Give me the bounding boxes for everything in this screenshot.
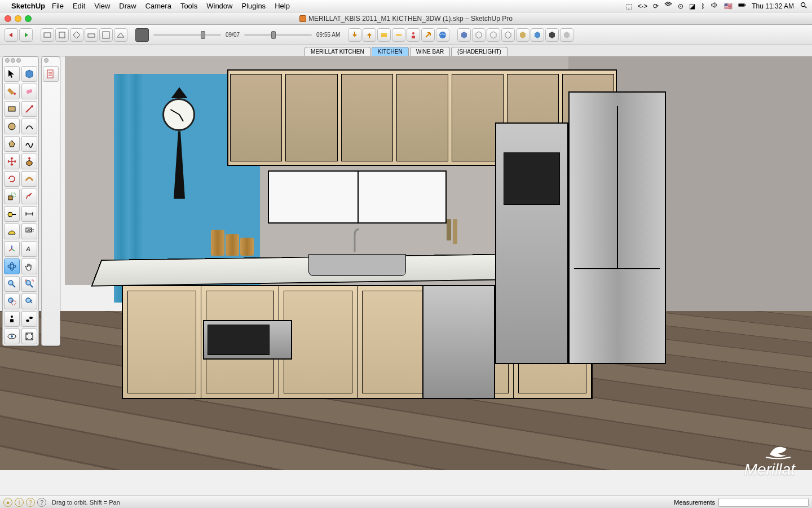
menu-help[interactable]: Help — [275, 2, 290, 10]
tool-follow-me[interactable] — [21, 171, 37, 187]
battery-icon[interactable] — [738, 1, 746, 11]
google-earth-button[interactable] — [436, 28, 449, 42]
tool-move[interactable] — [4, 154, 20, 169]
tool-protractor[interactable] — [4, 224, 20, 239]
style-button-1[interactable] — [457, 28, 471, 42]
standard-view-4[interactable] — [85, 28, 98, 42]
tool-select[interactable] — [4, 66, 20, 82]
status-icon-1[interactable]: ● — [3, 498, 12, 507]
spotlight-icon[interactable] — [800, 1, 807, 11]
shadow-toggle[interactable] — [135, 28, 149, 42]
tool-offset[interactable] — [21, 189, 37, 204]
window-zoom-button[interactable] — [25, 15, 32, 22]
tool-text[interactable]: ABC — [21, 224, 37, 239]
standard-view-3[interactable] — [70, 28, 83, 42]
standard-view-2[interactable] — [55, 28, 69, 42]
warehouse-button-3[interactable] — [377, 28, 391, 42]
style-button-4[interactable] — [501, 28, 515, 42]
tool-tape-measure[interactable] — [4, 206, 20, 222]
tool-make-component[interactable] — [21, 66, 37, 82]
tool-orbit[interactable] — [4, 259, 20, 274]
volume-icon[interactable] — [710, 1, 718, 11]
tool-model-info[interactable] — [43, 66, 59, 82]
tool-scale[interactable] — [4, 189, 20, 204]
refrigerator — [568, 91, 666, 364]
person-icon[interactable] — [407, 28, 420, 42]
tool-push-pull[interactable] — [21, 154, 37, 169]
scene-tab-0[interactable]: MERILLAT KITCHEN — [304, 47, 370, 56]
tool-pan[interactable] — [21, 259, 37, 274]
style-button-6[interactable] — [531, 28, 544, 42]
svg-rect-2 — [745, 5, 745, 6]
large-tool-palette[interactable]: ABC A — [2, 56, 39, 346]
tool-look-around[interactable] — [4, 329, 20, 344]
sync-icon[interactable]: ⟳ — [653, 2, 659, 10]
style-button-2[interactable] — [472, 28, 486, 42]
tool-rotate[interactable] — [4, 171, 20, 187]
undo-button[interactable] — [5, 28, 18, 42]
warehouse-share[interactable] — [363, 28, 376, 42]
bluetooth-icon[interactable]: ᛒ — [701, 2, 705, 10]
tool-section-plane[interactable] — [21, 329, 37, 344]
small-tool-palette[interactable] — [41, 56, 60, 346]
status-icon-3[interactable]: ? — [26, 498, 35, 507]
style-button-8[interactable] — [560, 28, 573, 42]
menu-plugins[interactable]: Plugins — [241, 2, 266, 10]
tool-zoom-extents[interactable] — [21, 276, 37, 292]
standard-view-1[interactable] — [41, 28, 54, 42]
menu-tools[interactable]: Tools — [180, 2, 197, 10]
measurements-input[interactable] — [718, 498, 809, 507]
tool-freehand[interactable] — [21, 136, 37, 152]
menubar-clock[interactable]: Thu 11:32 AM — [752, 2, 794, 10]
shadow-date-slider[interactable] — [153, 34, 221, 36]
status-icon-2[interactable]: i — [15, 498, 24, 507]
timemachine-icon[interactable]: ⊙ — [678, 2, 683, 10]
redo-button[interactable] — [19, 28, 33, 42]
tool-zoom[interactable] — [4, 276, 20, 292]
svg-point-35 — [27, 334, 28, 335]
menu-file[interactable]: File — [52, 2, 64, 10]
wifi-icon[interactable] — [664, 1, 672, 11]
tool-position-camera[interactable] — [4, 311, 20, 327]
tool-eraser[interactable] — [21, 84, 37, 99]
tool-zoom-window[interactable] — [4, 294, 20, 309]
warehouse-button-4[interactable] — [392, 28, 405, 42]
tool-polygon[interactable] — [4, 136, 20, 152]
tool-3d-text[interactable]: A — [21, 241, 37, 257]
code-icon[interactable]: <·> — [638, 2, 647, 10]
app-name[interactable]: SketchUp — [11, 2, 45, 10]
tool-rectangle[interactable] — [4, 101, 20, 117]
style-button-5[interactable] — [516, 28, 529, 42]
display-icon[interactable]: ◪ — [689, 2, 695, 10]
3d-viewport[interactable]: Merillat — [0, 56, 812, 496]
standard-view-6[interactable] — [114, 28, 127, 42]
status-icon-4[interactable]: ? — [37, 498, 46, 507]
tool-circle[interactable] — [4, 119, 20, 134]
menu-view[interactable]: View — [94, 2, 110, 10]
flag-icon[interactable]: 🇺🇸 — [724, 2, 732, 10]
scene-tab-2[interactable]: WINE BAR — [410, 47, 450, 56]
tool-axes[interactable] — [4, 241, 20, 257]
style-button-3[interactable] — [487, 28, 500, 42]
warehouse-get[interactable] — [348, 28, 361, 42]
shadow-time-slider[interactable] — [244, 34, 312, 36]
tool-line[interactable] — [21, 101, 37, 117]
menu-window[interactable]: Window — [206, 2, 232, 10]
standard-view-5[interactable] — [99, 28, 113, 42]
tool-dimension[interactable] — [21, 206, 37, 222]
menu-edit[interactable]: Edit — [73, 2, 85, 10]
tool-walk[interactable] — [21, 311, 37, 327]
tool-paint-bucket[interactable] — [4, 84, 20, 99]
menu-camera[interactable]: Camera — [145, 2, 171, 10]
macos-menubar: SketchUp File Edit View Draw Camera Tool… — [0, 0, 812, 12]
style-button-7[interactable] — [545, 28, 559, 42]
scene-tab-1[interactable]: KITCHEN — [372, 47, 409, 56]
dropbox-icon[interactable]: ⬚ — [626, 2, 632, 10]
arrow-icon[interactable] — [421, 28, 435, 42]
scene-tab-3[interactable]: (SHADERLIGHT) — [451, 47, 508, 56]
tool-arc[interactable] — [21, 119, 37, 134]
window-minimize-button[interactable] — [15, 15, 21, 22]
tool-previous[interactable] — [21, 294, 37, 309]
window-close-button[interactable] — [5, 15, 11, 22]
menu-draw[interactable]: Draw — [119, 2, 136, 10]
